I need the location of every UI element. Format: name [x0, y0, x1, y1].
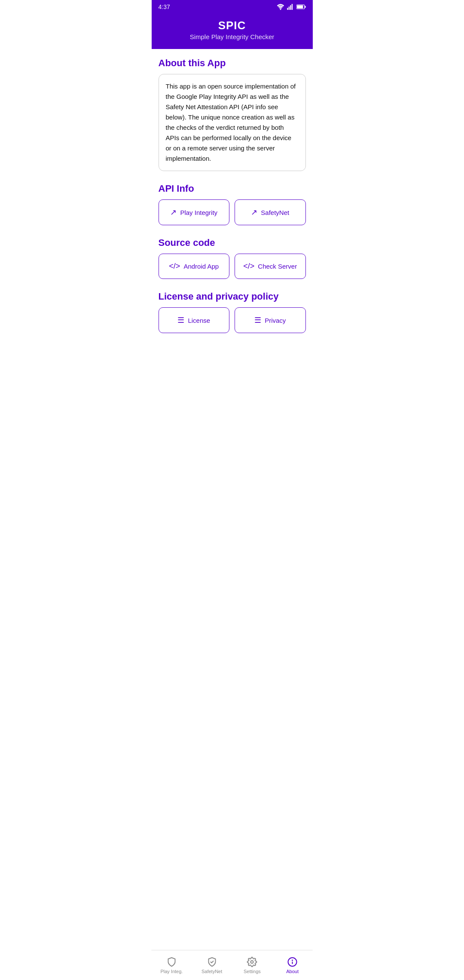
settings-icon [247, 957, 257, 967]
shield-check-icon [207, 957, 217, 967]
license-label: License [188, 317, 210, 324]
svg-rect-4 [291, 4, 292, 10]
nav-label-play-integrity: Play Integ. [160, 969, 183, 974]
svg-rect-6 [297, 5, 303, 8]
check-server-label: Check Server [258, 263, 297, 270]
api-info-section: API Info ↗ Play Integrity ↗ SafetyNet [159, 183, 306, 225]
check-server-button[interactable]: </> Check Server [235, 254, 306, 279]
app-bar: SPIC Simple Play Integrity Checker [152, 14, 313, 49]
svg-rect-2 [288, 6, 289, 10]
api-info-heading: API Info [159, 183, 306, 194]
about-heading: About this App [159, 58, 306, 69]
safetynet-label: SafetyNet [261, 209, 289, 216]
status-time: 4:37 [159, 3, 170, 10]
source-code-heading: Source code [159, 237, 306, 248]
svg-rect-1 [287, 8, 288, 10]
nav-label-safetynet: SafetyNet [201, 969, 222, 974]
privacy-button[interactable]: ☰ Privacy [235, 307, 306, 333]
android-app-label: Android App [183, 263, 219, 270]
api-info-buttons: ↗ Play Integrity ↗ SafetyNet [159, 199, 306, 225]
list-icon-2: ☰ [254, 315, 261, 325]
privacy-label: Privacy [265, 317, 286, 324]
nav-item-about[interactable]: About [272, 950, 313, 980]
play-integrity-label: Play Integrity [180, 209, 217, 216]
nav-item-safetynet[interactable]: SafetyNet [192, 950, 232, 980]
bottom-nav: Play Integ. SafetyNet Settings About [152, 950, 313, 980]
android-app-button[interactable]: </> Android App [159, 254, 230, 279]
app-title: SPIC [159, 19, 306, 32]
code-icon-2: </> [243, 262, 254, 271]
safetynet-button[interactable]: ↗ SafetyNet [235, 199, 306, 225]
svg-rect-3 [290, 5, 291, 10]
license-heading: License and privacy policy [159, 291, 306, 302]
main-content: About this App This app is an open sourc… [152, 49, 313, 380]
license-button[interactable]: ☰ License [159, 307, 230, 333]
app-subtitle: Simple Play Integrity Checker [159, 33, 306, 40]
about-section: About this App This app is an open sourc… [159, 58, 306, 171]
status-icons [277, 4, 306, 10]
external-link-icon: ↗ [170, 208, 177, 217]
list-icon: ☰ [177, 315, 184, 325]
wifi-icon [277, 4, 284, 10]
svg-point-8 [251, 961, 253, 963]
status-bar: 4:37 [152, 0, 313, 14]
source-code-buttons: </> Android App </> Check Server [159, 254, 306, 279]
svg-point-0 [280, 9, 281, 10]
source-code-section: Source code </> Android App </> Check Se… [159, 237, 306, 279]
nav-label-settings: Settings [244, 969, 261, 974]
nav-label-about: About [286, 969, 299, 974]
svg-rect-7 [305, 6, 305, 8]
signal-icon [287, 4, 294, 10]
code-icon: </> [169, 262, 180, 271]
battery-icon [296, 4, 306, 9]
nav-item-play-integrity[interactable]: Play Integ. [152, 950, 192, 980]
about-description: This app is an open source implementatio… [159, 74, 306, 171]
license-buttons: ☰ License ☰ Privacy [159, 307, 306, 333]
external-link-icon-2: ↗ [251, 208, 257, 217]
nav-item-settings[interactable]: Settings [232, 950, 272, 980]
shield-icon [166, 957, 177, 967]
play-integrity-button[interactable]: ↗ Play Integrity [159, 199, 230, 225]
info-icon [287, 957, 298, 967]
license-section: License and privacy policy ☰ License ☰ P… [159, 291, 306, 333]
